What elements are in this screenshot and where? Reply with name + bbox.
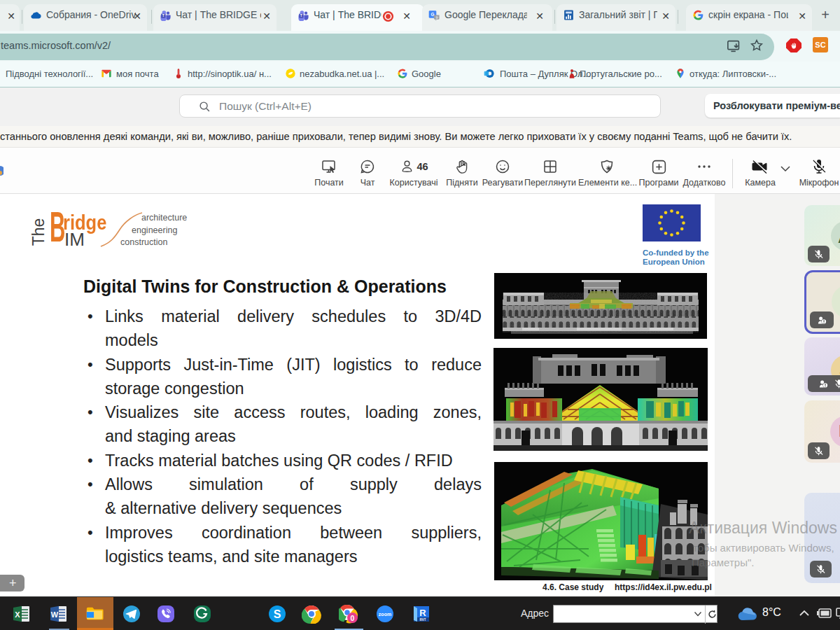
svg-text:R: R: [419, 608, 426, 618]
svg-text:X: X: [15, 610, 20, 619]
svg-text:T: T: [300, 14, 302, 18]
svg-text:zoom: zoom: [379, 612, 391, 617]
svg-text:0: 0: [351, 614, 355, 622]
svg-text:RVT: RVT: [420, 618, 426, 622]
svg-text:W: W: [51, 610, 59, 619]
svg-text:S: S: [274, 608, 281, 620]
svg-text:T: T: [162, 14, 164, 18]
svg-text:文: 文: [435, 15, 439, 20]
